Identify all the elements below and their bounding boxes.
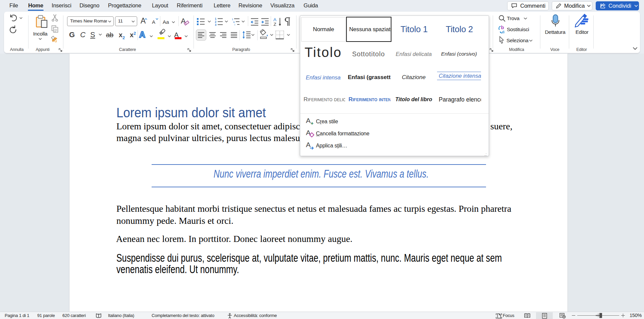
svg-text:c: c: [502, 29, 505, 34]
svg-text:A: A: [273, 17, 276, 22]
svg-text:A: A: [306, 117, 311, 124]
svg-text:A: A: [306, 141, 311, 148]
svg-text:3: 3: [215, 23, 217, 26]
svg-text:+: +: [311, 120, 314, 126]
svg-text:Z: Z: [274, 22, 276, 27]
svg-text:i: i: [234, 23, 235, 26]
